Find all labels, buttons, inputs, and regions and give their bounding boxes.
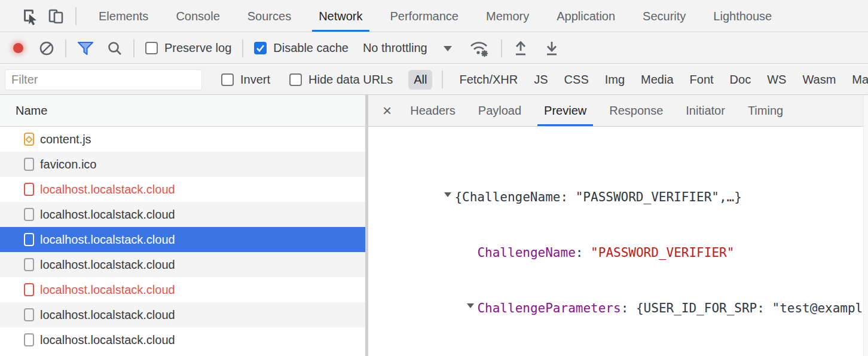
json-preview-text: {ChallengeName: "PASSWORD_VERIFIER",…} (454, 190, 741, 204)
devtools-window: Elements Console Sources Network Perform… (0, 0, 868, 356)
invert-label: Invert (240, 73, 270, 87)
tab-security[interactable]: Security (629, 0, 699, 32)
name-column-header[interactable]: Name (0, 95, 365, 127)
type-filter-font[interactable]: Font (690, 73, 714, 87)
table-row[interactable]: content.js (0, 127, 365, 152)
type-filter-fetch-xhr[interactable]: Fetch/XHR (459, 73, 518, 87)
tab-response[interactable]: Response (598, 95, 674, 127)
type-filter-manifest[interactable]: Manifest (852, 73, 868, 87)
document-file-icon (24, 333, 34, 346)
table-row[interactable]: localhost.localstack.cloud (0, 177, 365, 202)
document-file-icon (24, 158, 34, 171)
type-filter-media[interactable]: Media (641, 73, 673, 87)
json-key: ChallengeParameters (477, 301, 621, 315)
tab-elements[interactable]: Elements (85, 0, 162, 32)
json-separator: : (621, 301, 636, 315)
tab-application[interactable]: Application (543, 0, 629, 32)
type-filter-js[interactable]: JS (534, 73, 548, 87)
detail-panel: × Headers Payload Preview Response Initi… (368, 95, 868, 356)
request-name: localhost.localstack.cloud (40, 208, 175, 222)
type-filter-ws[interactable]: WS (767, 73, 786, 87)
invert-checkbox[interactable] (221, 73, 234, 86)
table-row-selected[interactable]: localhost.localstack.cloud (0, 227, 365, 252)
disclosure-triangle-icon[interactable] (444, 192, 451, 201)
preserve-log-checkbox[interactable] (145, 42, 158, 54)
disable-cache-toggle[interactable]: Disable cache (254, 41, 349, 55)
tab-sources[interactable]: Sources (234, 0, 305, 32)
request-name: localhost.localstack.cloud (40, 333, 175, 347)
type-filter-css[interactable]: CSS (564, 73, 589, 87)
throttling-value: No throttling (363, 41, 427, 55)
tab-headers[interactable]: Headers (399, 95, 467, 127)
table-row[interactable]: localhost.localstack.cloud (0, 327, 365, 352)
network-content: Name content.js favicon.ico localhost.lo… (0, 95, 868, 356)
chevron-down-icon (444, 46, 452, 56)
tab-initiator[interactable]: Initiator (674, 95, 736, 127)
main-toolbar: Elements Console Sources Network Perform… (0, 0, 868, 32)
document-file-icon (24, 283, 34, 296)
table-row[interactable]: localhost.localstack.cloud (0, 252, 365, 277)
document-file-icon (24, 308, 34, 321)
tab-performance[interactable]: Performance (377, 0, 473, 32)
tab-lighthouse[interactable]: Lighthouse (699, 0, 786, 32)
type-filter-doc[interactable]: Doc (730, 73, 751, 87)
throttling-select[interactable]: No throttling (363, 41, 452, 56)
disclosure-triangle-icon[interactable] (467, 303, 474, 312)
scrollbar-gutter[interactable] (863, 95, 868, 356)
detail-tab-bar: × Headers Payload Preview Response Initi… (368, 95, 868, 127)
hide-data-urls-label: Hide data URLs (308, 73, 393, 87)
tree-line: ChallengeName: "PASSWORD_VERIFIER" (368, 225, 868, 244)
tab-payload[interactable]: Payload (467, 95, 533, 127)
disable-cache-label: Disable cache (273, 41, 349, 55)
tab-timing[interactable]: Timing (736, 95, 794, 127)
invert-toggle[interactable]: Invert (221, 73, 270, 87)
network-conditions-icon[interactable] (469, 39, 490, 57)
script-file-icon (24, 133, 34, 146)
table-row[interactable]: localhost.localstack.cloud (0, 277, 365, 302)
filter-input[interactable] (5, 69, 202, 90)
hide-data-urls-checkbox[interactable] (289, 73, 302, 86)
hide-data-urls-toggle[interactable]: Hide data URLs (289, 73, 393, 87)
request-name: localhost.localstack.cloud (40, 308, 175, 322)
tree-line: ChallengeParameters: {USER_ID_FOR_SRP: "… (368, 281, 868, 299)
type-filter-wasm[interactable]: Wasm (802, 73, 836, 87)
inspect-cursor-icon[interactable] (17, 4, 43, 28)
table-row[interactable]: localhost.localstack.cloud (0, 202, 365, 227)
request-list: content.js favicon.ico localhost.localst… (0, 127, 365, 356)
toolbar-divider (242, 39, 243, 57)
json-separator: : (576, 245, 591, 260)
document-file-icon (24, 183, 34, 196)
table-row[interactable]: localhost.localstack.cloud (0, 302, 365, 327)
device-toolbar-icon[interactable] (43, 4, 69, 28)
request-name: content.js (40, 133, 91, 146)
toolbar-divider (442, 70, 443, 88)
import-har-icon[interactable] (513, 40, 528, 57)
network-toolbar: Preserve log Disable cache No throttling (0, 33, 868, 64)
toolbar-divider (75, 7, 77, 25)
json-key: ChallengeName (477, 245, 575, 260)
clear-icon[interactable] (39, 41, 54, 56)
request-name: localhost.localstack.cloud (40, 233, 175, 247)
type-filter-all[interactable]: All (408, 70, 432, 90)
disable-cache-checkbox[interactable] (254, 42, 267, 54)
document-file-icon (24, 258, 34, 271)
tab-memory[interactable]: Memory (472, 0, 543, 32)
json-string-value: "PASSWORD_VERIFIER" (591, 245, 734, 260)
type-filter-img[interactable]: Img (605, 73, 625, 87)
search-icon[interactable] (107, 41, 123, 56)
document-file-icon (24, 208, 34, 221)
tree-line: SALT: "89b54330" (368, 336, 868, 355)
export-har-icon[interactable] (544, 40, 560, 57)
toolbar-divider (501, 39, 502, 57)
close-icon[interactable]: × (375, 102, 399, 120)
filter-bar: Invert Hide data URLs All Fetch/XHR JS C… (0, 65, 868, 95)
toolbar-divider (65, 39, 66, 57)
tab-preview[interactable]: Preview (533, 95, 598, 127)
preserve-log-label: Preserve log (164, 41, 231, 55)
preserve-log-toggle[interactable]: Preserve log (145, 41, 231, 55)
tab-console[interactable]: Console (162, 0, 233, 32)
tab-network[interactable]: Network (305, 0, 376, 32)
record-icon[interactable] (13, 43, 23, 53)
filter-funnel-icon[interactable] (77, 41, 94, 56)
table-row[interactable]: favicon.ico (0, 152, 365, 177)
